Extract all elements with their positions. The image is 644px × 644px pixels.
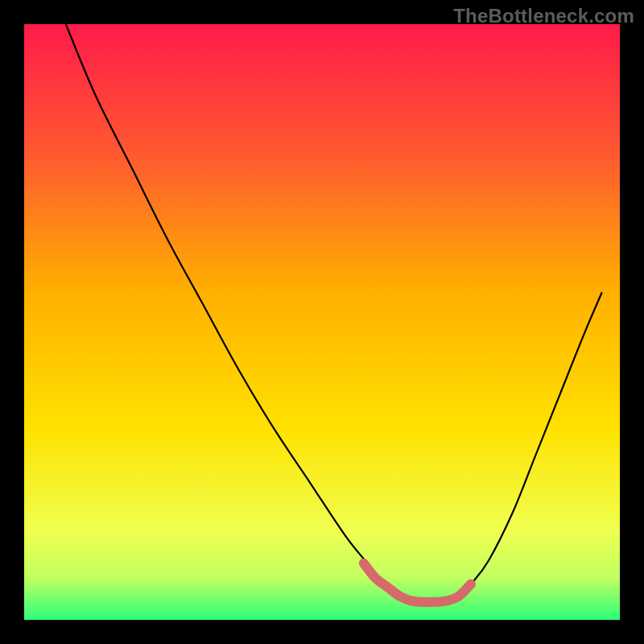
chart-frame: TheBottleneck.com: [0, 0, 644, 644]
bottleneck-chart: [0, 0, 644, 644]
plot-background-gradient: [24, 24, 620, 620]
watermark-text: TheBottleneck.com: [453, 5, 634, 27]
